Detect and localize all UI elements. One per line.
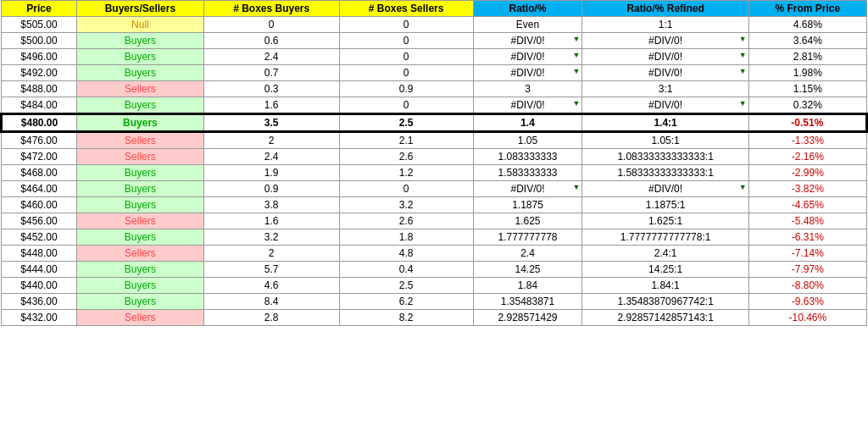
cell-ratio: 1.84 bbox=[473, 278, 582, 294]
header-boxes-buyers: # Boxes Buyers bbox=[203, 1, 339, 17]
cell-ratio: 14.25 bbox=[473, 262, 582, 278]
cell-boxes-sellers: 0.9 bbox=[339, 81, 473, 97]
cell-from-price: -2.16% bbox=[748, 149, 866, 165]
cell-buyers-sellers: Buyers bbox=[77, 165, 204, 181]
cell-buyers-sellers: Buyers bbox=[77, 278, 204, 294]
table-row: $484.00Buyers1.60▼#DIV/0!▼#DIV/0!0.32% bbox=[2, 97, 867, 114]
cell-boxes-sellers: 0.4 bbox=[339, 262, 473, 278]
triangle-icon: ▼ bbox=[739, 99, 747, 108]
cell-from-price: -7.14% bbox=[748, 246, 866, 262]
cell-boxes-buyers: 5.7 bbox=[203, 262, 339, 278]
cell-boxes-buyers: 2.4 bbox=[203, 149, 339, 165]
cell-ratio: 1.583333333 bbox=[473, 165, 582, 181]
cell-boxes-sellers: 4.8 bbox=[339, 246, 473, 262]
cell-boxes-buyers: 1.9 bbox=[203, 165, 339, 181]
cell-boxes-buyers: 0.9 bbox=[203, 181, 339, 197]
table-row: $460.00Buyers3.83.21.18751.1875:1-4.65% bbox=[2, 197, 867, 213]
cell-price: $464.00 bbox=[2, 181, 77, 197]
cell-buyers-sellers: Buyers bbox=[77, 181, 204, 197]
triangle-icon: ▼ bbox=[573, 183, 581, 191]
cell-boxes-sellers: 2.5 bbox=[339, 278, 473, 294]
header-from-price: % From Price bbox=[748, 1, 866, 17]
cell-ratio-refined: 2.4:1 bbox=[582, 246, 748, 262]
cell-boxes-sellers: 0 bbox=[339, 49, 473, 65]
cell-from-price: -2.99% bbox=[748, 165, 866, 181]
table-row: $448.00Sellers24.82.42.4:1-7.14% bbox=[2, 246, 867, 262]
cell-buyers-sellers: Buyers bbox=[77, 33, 204, 49]
cell-price: $432.00 bbox=[2, 310, 77, 326]
cell-price: $448.00 bbox=[2, 246, 77, 262]
cell-boxes-buyers: 2.4 bbox=[203, 49, 339, 65]
cell-price: $476.00 bbox=[2, 132, 77, 149]
header-price: Price bbox=[2, 1, 77, 17]
cell-ratio: 1.05 bbox=[473, 132, 582, 149]
table-row: $440.00Buyers4.62.51.841.84:1-8.80% bbox=[2, 278, 867, 294]
table-row: $505.00Null00Even1:14.68% bbox=[2, 17, 867, 33]
table-row: $436.00Buyers8.46.21.354838711.354838709… bbox=[2, 294, 867, 310]
cell-from-price: -6.31% bbox=[748, 229, 866, 246]
cell-from-price: 3.64% bbox=[748, 33, 866, 49]
cell-ratio: 2.4 bbox=[473, 246, 582, 262]
cell-ratio-refined: ▼#DIV/0! bbox=[582, 49, 748, 65]
table-row: $468.00Buyers1.91.21.5833333331.58333333… bbox=[2, 165, 867, 181]
cell-ratio-refined: 1.625:1 bbox=[582, 213, 748, 229]
cell-from-price: 4.68% bbox=[748, 17, 866, 33]
cell-boxes-buyers: 3.5 bbox=[203, 114, 339, 132]
cell-price: $500.00 bbox=[2, 33, 77, 49]
cell-ratio-refined: ▼#DIV/0! bbox=[582, 33, 748, 49]
cell-buyers-sellers: Buyers bbox=[77, 197, 204, 213]
triangle-icon: ▼ bbox=[573, 51, 581, 59]
triangle-icon: ▼ bbox=[573, 99, 581, 108]
cell-boxes-buyers: 1.6 bbox=[203, 97, 339, 114]
cell-ratio-refined: 1.08333333333333:1 bbox=[582, 149, 748, 165]
cell-ratio-refined: 14.25:1 bbox=[582, 262, 748, 278]
price-table: Price Buyers/Sellers # Boxes Buyers # Bo… bbox=[0, 0, 868, 326]
table-row: $496.00Buyers2.40▼#DIV/0!▼#DIV/0!2.81% bbox=[2, 49, 867, 65]
header-row: Price Buyers/Sellers # Boxes Buyers # Bo… bbox=[2, 1, 867, 17]
cell-boxes-buyers: 2 bbox=[203, 132, 339, 149]
table-row: $432.00Sellers2.88.22.9285714292.9285714… bbox=[2, 310, 867, 326]
cell-ratio-refined: ▼#DIV/0! bbox=[582, 181, 748, 197]
cell-buyers-sellers: Buyers bbox=[77, 294, 204, 310]
table-row: $456.00Sellers1.62.61.6251.625:1-5.48% bbox=[2, 213, 867, 229]
cell-buyers-sellers: Sellers bbox=[77, 81, 204, 97]
cell-ratio-refined: 1.05:1 bbox=[582, 132, 748, 149]
cell-ratio-refined: ▼#DIV/0! bbox=[582, 65, 748, 81]
cell-ratio: ▼#DIV/0! bbox=[473, 181, 582, 197]
cell-from-price: -10.46% bbox=[748, 310, 866, 326]
triangle-icon: ▼ bbox=[739, 35, 747, 43]
cell-ratio: 1.35483871 bbox=[473, 294, 582, 310]
cell-from-price: -8.80% bbox=[748, 278, 866, 294]
cell-from-price: 0.32% bbox=[748, 97, 866, 114]
cell-buyers-sellers: Sellers bbox=[77, 246, 204, 262]
cell-from-price: 1.98% bbox=[748, 65, 866, 81]
cell-price: $436.00 bbox=[2, 294, 77, 310]
cell-ratio: 1.1875 bbox=[473, 197, 582, 213]
cell-ratio-refined: ▼#DIV/0! bbox=[582, 97, 748, 114]
cell-boxes-sellers: 6.2 bbox=[339, 294, 473, 310]
cell-ratio-refined: 1.35483870967742:1 bbox=[582, 294, 748, 310]
cell-boxes-sellers: 0 bbox=[339, 97, 473, 114]
cell-price: $472.00 bbox=[2, 149, 77, 165]
cell-ratio: ▼#DIV/0! bbox=[473, 97, 582, 114]
table-row: $476.00Sellers22.11.051.05:1-1.33% bbox=[2, 132, 867, 149]
cell-ratio-refined: 1.4:1 bbox=[582, 114, 748, 132]
cell-ratio: 1.083333333 bbox=[473, 149, 582, 165]
cell-boxes-buyers: 0.6 bbox=[203, 33, 339, 49]
cell-buyers-sellers: Buyers bbox=[77, 229, 204, 246]
cell-buyers-sellers: Buyers bbox=[77, 97, 204, 114]
table-row: $488.00Sellers0.30.933:11.15% bbox=[2, 81, 867, 97]
cell-price: $496.00 bbox=[2, 49, 77, 65]
cell-ratio: 2.928571429 bbox=[473, 310, 582, 326]
cell-ratio-refined: 1:1 bbox=[582, 17, 748, 33]
cell-price: $456.00 bbox=[2, 213, 77, 229]
cell-boxes-buyers: 0 bbox=[203, 17, 339, 33]
table-row: $452.00Buyers3.21.81.7777777781.77777777… bbox=[2, 229, 867, 246]
cell-ratio: 1.777777778 bbox=[473, 229, 582, 246]
triangle-icon: ▼ bbox=[739, 67, 747, 75]
cell-price: $505.00 bbox=[2, 17, 77, 33]
cell-boxes-buyers: 0.7 bbox=[203, 65, 339, 81]
cell-buyers-sellers: Buyers bbox=[77, 114, 204, 132]
header-buyers-sellers: Buyers/Sellers bbox=[77, 1, 204, 17]
cell-buyers-sellers: Null bbox=[77, 17, 204, 33]
